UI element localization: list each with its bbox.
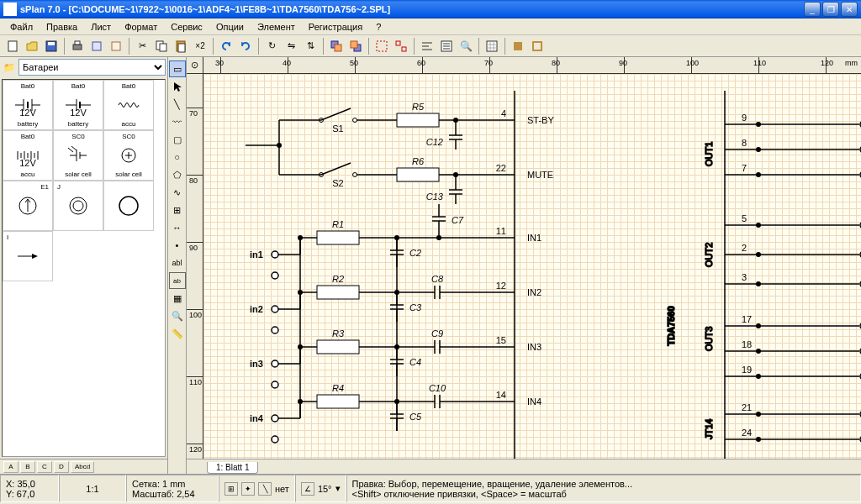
svg-rect-25 xyxy=(487,41,497,51)
menu-help[interactable]: ? xyxy=(369,20,388,34)
back-button[interactable] xyxy=(346,37,365,55)
drawing-canvas[interactable]: TDA7560 OUT1 OUT2 OUT3 JT14 S1R5C124ST-B… xyxy=(203,74,861,459)
mirror-v-button[interactable]: ⇅ xyxy=(301,37,320,55)
menu-options[interactable]: Опции xyxy=(209,20,251,34)
ungroup-button[interactable] xyxy=(392,37,410,55)
group-button[interactable] xyxy=(372,37,391,55)
cut-button[interactable]: ✂ xyxy=(133,37,151,55)
list-button[interactable] xyxy=(437,37,456,55)
align-button[interactable] xyxy=(418,37,436,55)
menu-register[interactable]: Регистрация xyxy=(302,20,369,34)
node-tool[interactable]: • xyxy=(169,237,186,254)
component-j[interactable]: J xyxy=(53,181,103,231)
print-button[interactable] xyxy=(68,37,87,55)
poly-tool[interactable]: ⬠ xyxy=(169,166,186,183)
text-tool[interactable]: abl xyxy=(169,255,186,271)
zoom-tool[interactable]: 🔍 xyxy=(169,307,186,324)
sheet-tab-1[interactable]: 1: Blatt 1 xyxy=(207,462,258,474)
ruler-origin-icon[interactable]: ⊙ xyxy=(187,57,203,74)
library-panel: 📁 Батареи Bat0 12V battery Bat0 12V batt… xyxy=(0,57,168,474)
component-source[interactable]: E1 xyxy=(3,181,53,231)
front-button[interactable] xyxy=(327,37,346,55)
svg-text:OUT2: OUT2 xyxy=(704,243,714,267)
grid-button[interactable] xyxy=(483,37,501,55)
wave-tool[interactable]: 〰 xyxy=(169,113,186,130)
component-accu[interactable]: Bat0 accu xyxy=(103,80,154,130)
component-solar1[interactable]: SC0 solar cell xyxy=(53,130,103,181)
svg-point-64 xyxy=(119,197,138,215)
export-button[interactable] xyxy=(87,37,106,55)
component-i[interactable]: I xyxy=(3,231,53,281)
font-a-button[interactable]: A xyxy=(3,461,18,473)
dim-tool[interactable]: ↔ xyxy=(169,219,186,236)
snap-grid-button[interactable]: ⊞ xyxy=(224,482,238,496)
undo-button[interactable] xyxy=(217,37,235,55)
vertical-ruler[interactable]: 708090100110120 xyxy=(187,74,203,459)
menu-edit[interactable]: Правка xyxy=(40,20,84,34)
menu-sheet[interactable]: Лист xyxy=(84,20,118,34)
font-b-button[interactable]: B xyxy=(20,461,35,473)
snap-label: нет xyxy=(275,484,289,494)
component-circle[interactable] xyxy=(103,181,154,231)
find-button[interactable]: 🔍 xyxy=(457,37,475,55)
save-button[interactable] xyxy=(42,37,61,55)
measure-tool[interactable]: 📏 xyxy=(169,325,186,342)
svg-rect-12 xyxy=(335,45,341,51)
component-battery2[interactable]: Bat0 12V battery xyxy=(53,80,103,130)
minimize-button[interactable]: _ xyxy=(804,2,821,17)
font-c-button[interactable]: C xyxy=(37,461,52,473)
svg-point-236 xyxy=(756,349,761,354)
svg-rect-78 xyxy=(397,113,439,127)
spline-tool[interactable]: ∿ xyxy=(169,184,186,201)
paste-x2-button[interactable]: ×2 xyxy=(191,37,209,55)
angle-button[interactable]: ∠ xyxy=(301,482,314,496)
image-tool[interactable]: ▦ xyxy=(169,290,186,307)
font-d-button[interactable]: D xyxy=(54,461,69,473)
textbox-tool[interactable]: ab xyxy=(169,272,186,289)
svg-text:R6: R6 xyxy=(412,156,425,166)
open-button[interactable] xyxy=(23,37,41,55)
snap-line-button[interactable]: ╲ xyxy=(258,482,272,496)
pointer-tool[interactable] xyxy=(169,78,186,95)
color2-button[interactable] xyxy=(528,37,547,55)
component-solar2[interactable]: SC0 solar cell xyxy=(103,130,154,181)
snap-point-button[interactable]: ✦ xyxy=(241,482,255,496)
svg-text:OUT1: OUT1 xyxy=(704,142,714,166)
redo-button[interactable] xyxy=(236,37,255,55)
mirror-h-button[interactable]: ⇋ xyxy=(282,37,300,55)
copy-button[interactable] xyxy=(152,37,171,55)
menu-service[interactable]: Сервис xyxy=(164,20,209,34)
svg-text:24: 24 xyxy=(742,428,752,438)
component-battery[interactable]: Bat0 12V battery xyxy=(3,80,53,130)
svg-point-62 xyxy=(70,197,87,214)
circle-tool[interactable]: ○ xyxy=(169,149,186,165)
font-abcd-button[interactable]: Abcd xyxy=(71,461,94,473)
menu-format[interactable]: Формат xyxy=(118,20,164,34)
svg-point-103 xyxy=(453,172,458,177)
paste-button[interactable] xyxy=(172,37,190,55)
component-accu2[interactable]: Bat0 12V accu xyxy=(3,130,53,181)
special-tool[interactable]: ⊞ xyxy=(169,202,186,218)
rect-tool[interactable]: ▢ xyxy=(169,131,186,148)
export2-button[interactable] xyxy=(107,37,125,55)
line-tool[interactable]: ╲ xyxy=(169,96,186,113)
schematic-drawing[interactable]: TDA7560 OUT1 OUT2 OUT3 JT14 S1R5C124ST-B… xyxy=(203,74,861,459)
library-select[interactable]: Батареи xyxy=(18,59,166,76)
svg-point-92 xyxy=(353,173,357,177)
svg-point-228 xyxy=(756,281,761,286)
rotate-button[interactable]: ↻ xyxy=(262,37,281,55)
svg-rect-3 xyxy=(73,45,82,50)
library-folder-icon[interactable]: 📁 xyxy=(2,60,17,75)
svg-text:C9: C9 xyxy=(431,328,443,339)
menu-file[interactable]: Файл xyxy=(3,20,40,34)
svg-point-157 xyxy=(272,360,278,367)
color1-button[interactable] xyxy=(509,37,527,55)
status-snap-toggles: ⊞ ✦ ╲ нет xyxy=(219,475,295,502)
new-button[interactable] xyxy=(3,37,22,55)
select-tool[interactable]: ▭ xyxy=(169,60,186,77)
horizontal-ruler[interactable]: 30405060708090100110120130mm xyxy=(203,57,861,74)
close-button[interactable]: ✕ xyxy=(841,2,858,17)
maximize-button[interactable]: ❐ xyxy=(822,2,839,17)
menu-element[interactable]: Элемент xyxy=(251,20,302,34)
toolbar: ✂ ×2 ↻ ⇋ ⇅ 🔍 xyxy=(0,35,861,57)
